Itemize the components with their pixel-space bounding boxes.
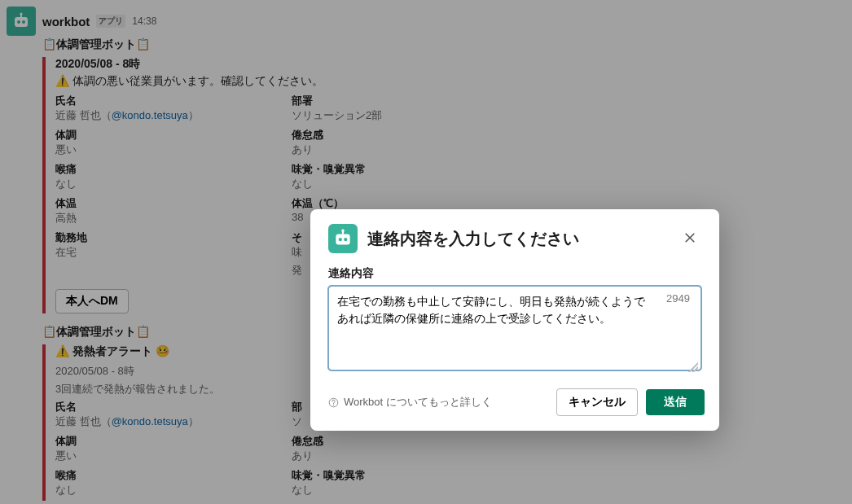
send-button[interactable]: 送信 bbox=[646, 389, 705, 415]
char-counter: 2949 bbox=[666, 292, 690, 305]
modal: 連絡内容を入力してください 連絡内容 2949 Workbot についてもっと詳… bbox=[310, 209, 719, 431]
resize-handle-icon[interactable] bbox=[688, 362, 698, 372]
svg-rect-5 bbox=[336, 234, 349, 245]
learn-more-link[interactable]: Workbot についてもっと詳しく bbox=[325, 395, 548, 410]
close-icon bbox=[683, 231, 696, 244]
workbot-icon bbox=[328, 224, 358, 253]
cancel-button[interactable]: キャンセル bbox=[556, 388, 638, 416]
modal-title: 連絡内容を入力してください bbox=[367, 228, 669, 250]
field-label: 連絡内容 bbox=[328, 266, 701, 281]
modal-footer: Workbot についてもっと詳しく キャンセル 送信 bbox=[310, 377, 719, 431]
modal-body: 連絡内容 2949 bbox=[310, 260, 719, 377]
svg-point-7 bbox=[344, 238, 347, 241]
close-button[interactable] bbox=[679, 227, 701, 250]
help-icon bbox=[328, 397, 339, 408]
svg-point-6 bbox=[339, 238, 342, 241]
svg-point-11 bbox=[333, 404, 334, 405]
svg-point-9 bbox=[341, 230, 344, 232]
modal-header: 連絡内容を入力してください bbox=[310, 209, 719, 260]
message-textarea[interactable] bbox=[328, 286, 701, 370]
